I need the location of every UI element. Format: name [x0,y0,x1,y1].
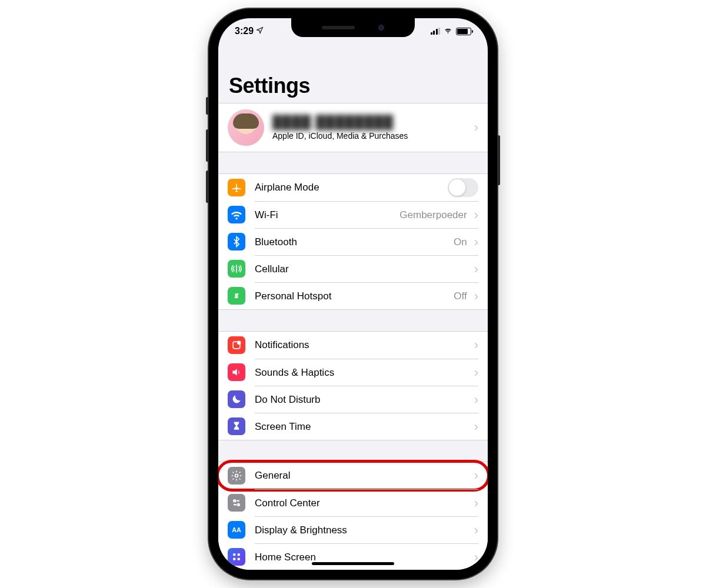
bluetooth-icon [228,233,245,250]
chevron-right-icon: › [474,290,478,303]
volume-up-button [206,129,209,162]
notifications-row[interactable]: Notifications › [218,332,488,359]
profile-name: ████ ████████ [272,115,472,130]
sounds-label: Sounds & Haptics [255,367,472,379]
cellular-icon [228,260,245,278]
bluetooth-value: On [454,236,467,248]
control-center-icon [228,494,245,512]
airplane-icon [228,179,245,196]
home-indicator[interactable] [312,562,394,565]
chevron-right-icon: › [474,524,478,537]
profile-group: ████ ████████ Apple ID, iCloud, Media & … [218,103,488,152]
page-title: Settings [218,44,488,103]
sounds-icon [228,363,245,381]
hotspot-value: Off [454,290,467,302]
dnd-row[interactable]: Do Not Disturb › [218,386,488,413]
svg-point-4 [238,504,239,506]
control-center-label: Control Center [255,497,472,509]
wifi-value: Gemberpoeder [399,209,467,221]
general-label: General [255,470,472,482]
location-icon [256,26,264,36]
chevron-right-icon: › [474,209,478,222]
screen: 3:29 Settings [218,18,488,570]
homescreen-label: Home Screen [255,552,472,563]
chevron-right-icon: › [474,121,478,134]
sounds-row[interactable]: Sounds & Haptics › [218,359,488,386]
screentime-label: Screen Time [255,421,472,433]
wifi-row[interactable]: Wi-Fi Gemberpoeder › [218,201,488,228]
general-row[interactable]: General › [218,462,488,489]
hotspot-row[interactable]: Personal Hotspot Off › [218,282,488,309]
bluetooth-label: Bluetooth [255,236,454,248]
chevron-right-icon: › [474,551,478,564]
wifi-label: Wi-Fi [255,209,399,221]
wifi-settings-icon [228,206,245,223]
svg-rect-6 [233,553,235,556]
profile-subtitle: Apple ID, iCloud, Media & Purchases [272,131,472,141]
mute-switch [206,97,209,115]
apple-id-row[interactable]: ████ ████████ Apple ID, iCloud, Media & … [218,103,488,152]
svg-point-3 [234,500,235,502]
control-center-row[interactable]: Control Center › [218,489,488,516]
notifications-group: Notifications › Sounds & Haptics › [218,331,488,440]
notifications-icon [228,336,245,354]
cellular-row[interactable]: Cellular › [218,255,488,282]
chevron-right-icon: › [474,236,478,249]
svg-rect-9 [238,558,240,560]
svg-point-2 [235,475,238,477]
chevron-right-icon: › [474,339,478,352]
volume-down-button [206,171,209,203]
hotspot-icon [228,287,245,305]
screentime-row[interactable]: Screen Time › [218,413,488,440]
front-camera [378,25,384,31]
wifi-icon [443,26,453,36]
hourglass-icon [228,417,245,435]
status-time: 3:29 [235,26,254,36]
chevron-right-icon: › [474,263,478,276]
chevron-right-icon: › [474,393,478,406]
speaker [322,26,355,29]
homescreen-icon [228,548,245,566]
dnd-label: Do Not Disturb [255,394,472,406]
display-icon: AA [228,521,245,539]
battery-icon [456,28,471,35]
svg-text:AA: AA [232,526,241,533]
notifications-label: Notifications [255,339,472,351]
phone-frame: 3:29 Settings [209,9,497,579]
chevron-right-icon: › [474,469,478,482]
gear-icon [228,467,245,485]
airplane-toggle[interactable] [448,178,478,197]
display-row[interactable]: AA Display & Brightness › [218,516,488,543]
notch [291,18,415,37]
general-group: General › Control Center › [218,462,488,570]
bluetooth-row[interactable]: Bluetooth On › [218,228,488,255]
moon-icon [228,390,245,408]
avatar [228,109,264,146]
settings-content: Settings ████ ████████ Apple ID, iCloud,… [218,44,488,570]
homescreen-row[interactable]: Home Screen › [218,543,488,570]
hotspot-label: Personal Hotspot [255,290,454,302]
display-label: Display & Brightness [255,524,472,536]
airplane-label: Airplane Mode [255,182,448,193]
chevron-right-icon: › [474,420,478,433]
connectivity-group: Airplane Mode Wi-Fi Gemberpoeder › [218,173,488,310]
cellular-signal-icon [431,28,441,35]
svg-rect-8 [233,558,235,560]
chevron-right-icon: › [474,366,478,379]
svg-rect-7 [238,553,240,556]
chevron-right-icon: › [474,497,478,510]
power-button [497,135,500,185]
svg-point-1 [238,341,241,344]
airplane-mode-row[interactable]: Airplane Mode [218,174,488,201]
cellular-label: Cellular [255,263,472,275]
